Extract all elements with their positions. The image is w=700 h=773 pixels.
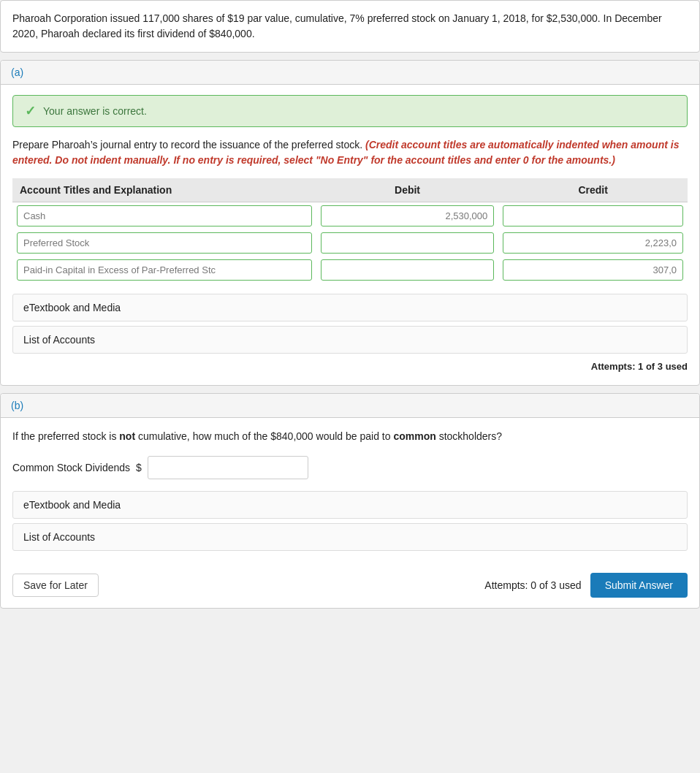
section-b-question: If the preferred stock is not cumulative… bbox=[12, 428, 688, 444]
attempts-b: Attempts: 0 of 3 used bbox=[484, 579, 581, 591]
section-b: (b) If the preferred stock is not cumula… bbox=[0, 393, 700, 609]
section-a-label: (a) bbox=[1, 61, 699, 85]
credit-input-2[interactable] bbox=[503, 259, 683, 281]
col-header-debit: Debit bbox=[316, 178, 498, 202]
prepare-text: Prepare Pharoah’s journal entry to recor… bbox=[12, 139, 362, 151]
dollar-sign: $ bbox=[136, 462, 142, 473]
account-input-2[interactable] bbox=[17, 259, 312, 281]
section-a: (a) ✓ Your answer is correct. Prepare Ph… bbox=[0, 60, 700, 386]
col-header-account: Account Titles and Explanation bbox=[12, 178, 316, 202]
attempts-a: Attempts: 1 of 3 used bbox=[12, 358, 688, 375]
list-accounts-link-a[interactable]: List of Accounts bbox=[12, 326, 688, 354]
check-icon: ✓ bbox=[25, 103, 36, 119]
col-header-credit: Credit bbox=[498, 178, 688, 202]
etextbook-link-a[interactable]: eTextbook and Media bbox=[12, 294, 688, 321]
section-b-label: (b) bbox=[1, 394, 699, 418]
etextbook-link-b[interactable]: eTextbook and Media bbox=[12, 491, 688, 519]
credit-input-0[interactable] bbox=[503, 205, 683, 226]
save-later-button[interactable]: Save for Later bbox=[12, 574, 99, 597]
bold-not: not bbox=[119, 430, 135, 442]
list-accounts-link-b[interactable]: List of Accounts bbox=[12, 523, 688, 551]
journal-table: Account Titles and Explanation Debit Cre… bbox=[12, 178, 688, 283]
field-label: Common Stock Dividends bbox=[12, 462, 130, 473]
right-bottom: Attempts: 0 of 3 used Submit Answer bbox=[484, 573, 688, 598]
correct-text: Your answer is correct. bbox=[43, 105, 147, 117]
common-stock-dividends-input[interactable] bbox=[148, 456, 308, 479]
account-input-0[interactable] bbox=[17, 205, 312, 226]
credit-input-1[interactable] bbox=[503, 232, 683, 254]
section-a-problem-text: Prepare Pharoah’s journal entry to recor… bbox=[12, 137, 688, 168]
dividends-field-row: Common Stock Dividends $ bbox=[12, 456, 688, 479]
bottom-row: Save for Later Attempts: 0 of 3 used Sub… bbox=[1, 566, 699, 608]
account-input-1[interactable] bbox=[17, 232, 312, 254]
submit-answer-button[interactable]: Submit Answer bbox=[590, 573, 688, 598]
debit-input-0[interactable] bbox=[321, 205, 494, 226]
bold-common: common bbox=[393, 430, 435, 442]
debit-input-2[interactable] bbox=[321, 259, 494, 281]
problem-text: Pharoah Corporation issued 117,000 share… bbox=[12, 12, 662, 39]
correct-banner: ✓ Your answer is correct. bbox=[12, 95, 688, 127]
debit-input-1[interactable] bbox=[321, 232, 494, 254]
problem-statement: Pharoah Corporation issued 117,000 share… bbox=[0, 0, 700, 53]
